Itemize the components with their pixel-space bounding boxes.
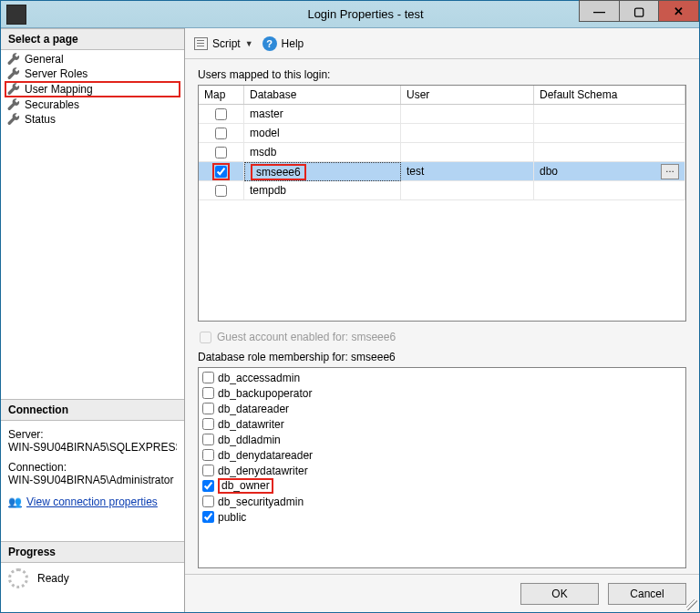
roles-listbox[interactable]: db_accessadmindb_backupoperatordb_datare…	[198, 367, 686, 568]
role-label: db_datareader	[218, 403, 289, 415]
cell-schema[interactable]	[534, 105, 685, 124]
progress-header: Progress	[1, 541, 184, 563]
cell-map	[199, 181, 244, 200]
role-label: public	[218, 511, 246, 524]
role-item[interactable]: db_datareader	[202, 401, 682, 416]
role-item[interactable]: db_accessadmin	[202, 370, 682, 385]
mapping-label: Users mapped to this login:	[198, 68, 686, 81]
role-label: db_backupoperator	[218, 387, 312, 400]
nav-item-server-roles[interactable]: Server Roles	[5, 66, 180, 81]
server-label: Server:	[8, 428, 177, 441]
role-checkbox[interactable]	[202, 372, 214, 383]
cell-user[interactable]	[401, 143, 534, 162]
role-checkbox[interactable]	[202, 418, 214, 430]
nav-item-label: Status	[25, 113, 56, 126]
role-item[interactable]: db_owner	[202, 478, 682, 494]
role-checkbox[interactable]	[202, 496, 214, 507]
cell-schema[interactable]	[534, 143, 685, 162]
role-checkbox[interactable]	[202, 449, 214, 461]
cell-user[interactable]	[401, 181, 534, 200]
role-item[interactable]: db_denydatareader	[202, 447, 682, 463]
cell-user[interactable]: test	[401, 162, 534, 181]
role-label: db_datawriter	[218, 418, 284, 431]
role-item[interactable]: db_backupoperator	[202, 385, 682, 401]
cell-database[interactable]: smseee6	[244, 162, 401, 181]
nav-item-status[interactable]: Status	[5, 112, 180, 127]
toolbar: Script ▼ ? Help	[185, 28, 699, 59]
map-checkbox[interactable]	[215, 108, 227, 120]
cell-user[interactable]	[401, 105, 534, 124]
minimize-button[interactable]: —	[579, 0, 619, 22]
map-checkbox[interactable]	[215, 147, 227, 158]
role-label: db_securityadmin	[218, 496, 304, 508]
role-checkbox[interactable]	[202, 465, 214, 476]
role-checkbox[interactable]	[202, 387, 214, 399]
system-icon	[6, 5, 26, 25]
map-checkbox[interactable]	[215, 166, 227, 178]
cancel-button[interactable]: Cancel	[608, 583, 686, 605]
titlebar: Login Properties - test — ▢ ✕	[1, 1, 699, 28]
col-header-user[interactable]: User	[401, 86, 534, 104]
map-checkbox[interactable]	[215, 185, 227, 197]
map-checkbox[interactable]	[215, 128, 227, 139]
minimize-icon: —	[593, 5, 605, 18]
cell-database[interactable]: msdb	[244, 143, 401, 162]
cell-database[interactable]: tempdb	[244, 181, 401, 200]
role-label: db_accessadmin	[218, 372, 300, 384]
cell-schema[interactable]: dbo…	[534, 162, 685, 181]
schema-value: dbo	[540, 165, 558, 178]
roles-label: Database role membership for: smseee6	[198, 351, 686, 363]
progress-status: Ready	[37, 572, 69, 585]
script-button[interactable]: Script ▼	[194, 37, 253, 50]
close-button[interactable]: ✕	[659, 0, 699, 22]
schema-browse-button[interactable]: …	[661, 164, 679, 179]
cell-schema[interactable]	[534, 181, 685, 200]
nav-item-general[interactable]: General	[5, 52, 180, 66]
role-item[interactable]: db_denydatawriter	[202, 463, 682, 478]
connection-panel: Server: WIN-S9U04BIRNA5\SQLEXPRESS Conne…	[1, 421, 184, 514]
guest-account-label: Guest account enabled for: smseee6	[217, 331, 396, 343]
server-value: WIN-S9U04BIRNA5\SQLEXPRESS	[8, 441, 177, 454]
wrench-icon	[7, 113, 20, 126]
role-checkbox[interactable]	[202, 480, 214, 492]
role-item[interactable]: db_securityadmin	[202, 494, 682, 509]
cell-database[interactable]: master	[244, 105, 401, 124]
chevron-down-icon: ▼	[245, 39, 253, 48]
dialog-button-bar: OK Cancel	[185, 574, 699, 612]
user-mapping-grid[interactable]: Map Database User Default Schema masterm…	[198, 85, 686, 322]
role-checkbox[interactable]	[202, 434, 214, 445]
maximize-button[interactable]: ▢	[619, 0, 659, 22]
table-row[interactable]: master	[199, 105, 685, 124]
nav-item-securables[interactable]: Securables	[5, 97, 180, 112]
role-item[interactable]: db_datawriter	[202, 416, 682, 432]
table-row[interactable]: model	[199, 124, 685, 143]
ok-button[interactable]: OK	[520, 583, 599, 605]
connection-header: Connection	[1, 399, 184, 421]
col-header-database[interactable]: Database	[244, 86, 401, 104]
cell-schema[interactable]	[534, 124, 685, 143]
connection-label: Connection:	[8, 461, 177, 474]
table-row[interactable]: tempdb	[199, 181, 685, 200]
grid-rows: mastermodelmsdbsmseee6testdbo…tempdb	[199, 105, 685, 321]
nav-item-label: Securables	[25, 98, 79, 111]
nav-item-label: General	[25, 53, 64, 66]
people-icon: 👥	[8, 496, 22, 508]
guest-account-checkbox	[200, 332, 211, 343]
cell-user[interactable]	[401, 124, 534, 143]
wrench-icon	[7, 53, 20, 66]
wrench-icon	[7, 83, 20, 96]
view-connection-properties-link[interactable]: 👥 View connection properties	[8, 496, 177, 508]
help-button[interactable]: ? Help	[262, 36, 304, 51]
role-item[interactable]: public	[202, 509, 682, 525]
resize-grip[interactable]	[686, 599, 697, 610]
cell-database[interactable]: model	[244, 124, 401, 143]
nav-item-label: User Mapping	[25, 83, 93, 96]
col-header-schema[interactable]: Default Schema	[534, 86, 685, 104]
nav-item-user-mapping[interactable]: User Mapping	[5, 81, 180, 97]
role-checkbox[interactable]	[202, 403, 214, 414]
table-row[interactable]: smseee6testdbo…	[199, 162, 685, 181]
table-row[interactable]: msdb	[199, 143, 685, 162]
col-header-map[interactable]: Map	[199, 86, 244, 104]
role-item[interactable]: db_ddladmin	[202, 432, 682, 447]
role-checkbox[interactable]	[202, 511, 214, 523]
